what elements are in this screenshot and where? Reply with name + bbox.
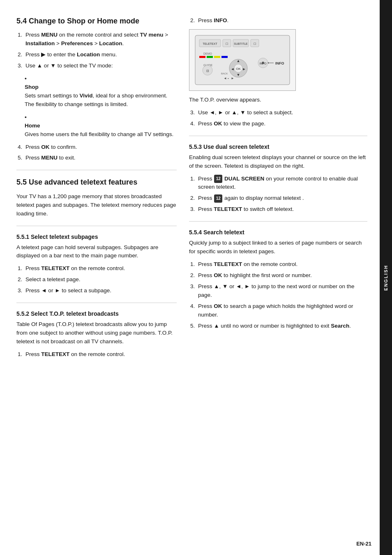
svg-text:INFO: INFO bbox=[275, 61, 284, 65]
list-item: Press OK to view the page. bbox=[196, 120, 367, 128]
svg-rect-13 bbox=[221, 56, 228, 58]
left-column: 5.4 Change to Shop or Home mode Press ME… bbox=[16, 16, 177, 539]
home-desc: Gives home users the full flexibility to… bbox=[25, 130, 177, 139]
list-item: Shop Sets smart settings to Vivid, ideal… bbox=[25, 74, 177, 109]
svg-text:►: ► bbox=[231, 76, 234, 80]
section-55-heading: 5.5 Use advanced teletext features bbox=[16, 178, 177, 187]
section-553-heading: 5.5.3 Use dual screen teletext bbox=[189, 143, 367, 150]
list-item: Press TELETEXT to switch off teletext. bbox=[196, 205, 367, 214]
shop-desc: Sets smart settings to Vivid, ideal for … bbox=[25, 92, 177, 109]
remote-control-image: TELETEXT ☐ SUBTITLE ☐ DEMO bbox=[189, 29, 296, 91]
section-552-heading: 5.5.2 Select T.O.P. teletext broadcasts bbox=[16, 310, 177, 317]
list-item: Press TELETEXT on the remote control. bbox=[196, 260, 367, 269]
side-tab: ENGLISH bbox=[380, 0, 392, 555]
section-54: 5.4 Change to Shop or Home mode Press ME… bbox=[16, 16, 177, 162]
svg-text:☐: ☐ bbox=[226, 42, 228, 45]
section-552-steps: Press TELETEXT on the remote control. bbox=[24, 350, 177, 359]
list-item: Press TELETEXT on the remote control. bbox=[24, 350, 177, 359]
svg-text:⊡: ⊡ bbox=[206, 69, 209, 73]
svg-text:◄: ◄ bbox=[231, 67, 235, 71]
section-553-steps: Press 12 DUAL SCREEN on your remote cont… bbox=[196, 175, 367, 214]
section-551-intro: A teletext page can hold several subpage… bbox=[16, 243, 177, 261]
list-item: Press MENU to exit. bbox=[24, 154, 177, 162]
shop-home-bullets: Shop Sets smart settings to Vivid, ideal… bbox=[25, 74, 177, 139]
svg-text:▲: ▲ bbox=[237, 59, 240, 63]
home-title: Home bbox=[25, 122, 177, 130]
section-55-intro: Your TV has a 1,200 page memory that sto… bbox=[16, 192, 177, 218]
list-item: Press INFO. bbox=[196, 16, 367, 25]
svg-rect-10 bbox=[199, 56, 205, 58]
section-554-heading: 5.5.4 Search teletext bbox=[189, 229, 367, 236]
list-item: Press ▲ until no word or number is highl… bbox=[196, 322, 367, 331]
section-552: 5.5.2 Select T.O.P. teletext broadcasts … bbox=[16, 310, 177, 359]
side-tab-label: ENGLISH bbox=[383, 265, 388, 291]
svg-text:DEMO: DEMO bbox=[203, 52, 212, 55]
section-54-heading: 5.4 Change to Shop or Home mode bbox=[16, 16, 177, 26]
section-553: 5.5.3 Use dual screen teletext Enabling … bbox=[189, 143, 367, 214]
divider-551 bbox=[16, 226, 177, 226]
list-item: Press OK to search a page which holds th… bbox=[196, 302, 367, 319]
section-54-steps-after: Press OK to confirm. Press MENU to exit. bbox=[24, 143, 177, 163]
list-item: Press 12 DUAL SCREEN on your remote cont… bbox=[196, 175, 367, 192]
divider-54-55 bbox=[16, 170, 177, 170]
section-554-intro: Quickly jump to a subject linked to a se… bbox=[189, 239, 367, 256]
list-item: Press ◄ or ► to select a subpage. bbox=[24, 287, 177, 295]
svg-text:BACK: BACK bbox=[221, 72, 228, 75]
section-551-heading: 5.5.1 Select teletext subpages bbox=[16, 234, 177, 240]
svg-text:OK: OK bbox=[236, 67, 241, 71]
section-55: 5.5 Use advanced teletext features Your … bbox=[16, 178, 177, 358]
page-wrapper: ENGLISH 5.4 Change to Shop or Home mode … bbox=[0, 0, 392, 555]
page-footer: EN-21 bbox=[356, 541, 371, 547]
svg-text:☐: ☐ bbox=[254, 42, 256, 45]
list-item: Press OK to confirm. bbox=[24, 143, 177, 152]
svg-rect-11 bbox=[207, 56, 213, 58]
svg-text:►: ► bbox=[242, 67, 246, 71]
list-item: Use ▲ or ▼ to select the TV mode: bbox=[24, 62, 177, 70]
section-551-steps: Press TELETEXT on the remote control. Se… bbox=[24, 264, 177, 295]
svg-text:SUBTITLE: SUBTITLE bbox=[234, 42, 248, 45]
svg-point-30 bbox=[262, 62, 264, 64]
svg-text:TELETEXT: TELETEXT bbox=[203, 42, 217, 45]
dual-screen-icon-2: 12 bbox=[214, 194, 222, 203]
list-item: Press 12 again to display normal teletex… bbox=[196, 194, 367, 203]
section-552-cont-steps: Press INFO. bbox=[196, 16, 367, 25]
list-item: Press MENU on the remote control and sel… bbox=[24, 31, 177, 48]
svg-text:◄: ◄ bbox=[224, 76, 227, 80]
section-554: 5.5.4 Search teletext Quickly jump to a … bbox=[189, 229, 367, 330]
svg-rect-12 bbox=[214, 56, 220, 58]
dual-screen-icon: 12 bbox=[214, 175, 222, 183]
list-item: Press ▶ to enter the Location menu. bbox=[24, 51, 177, 59]
divider-553 bbox=[189, 136, 367, 136]
section-54-steps-before: Press MENU on the remote control and sel… bbox=[24, 31, 177, 70]
list-item: Home Gives home users the full flexibili… bbox=[25, 113, 177, 139]
list-item: Press TELETEXT on the remote control. bbox=[24, 264, 177, 273]
divider-554 bbox=[189, 221, 367, 222]
svg-text:•: • bbox=[228, 76, 229, 80]
list-item: Use ◄, ► or ▲, ▼ to select a subject. bbox=[196, 109, 367, 117]
page-number: EN-21 bbox=[356, 541, 371, 547]
section-553-intro: Enabling dual screen teletext displays y… bbox=[189, 153, 367, 171]
section-551: 5.5.1 Select teletext subpages A teletex… bbox=[16, 234, 177, 296]
list-item: Press ▲, ▼ or ◄, ► to jump to the next w… bbox=[196, 282, 367, 300]
main-content: 5.4 Change to Shop or Home mode Press ME… bbox=[0, 0, 380, 555]
svg-text:▼: ▼ bbox=[237, 73, 240, 77]
section-554-steps: Press TELETEXT on the remote control. Pr… bbox=[196, 260, 367, 330]
remote-svg: TELETEXT ☐ SUBTITLE ☐ DEMO bbox=[193, 33, 292, 87]
section-552-steps-345: Use ◄, ► or ▲, ▼ to select a subject. Pr… bbox=[196, 109, 367, 128]
shop-title: Shop bbox=[25, 83, 177, 92]
divider-552 bbox=[16, 303, 177, 303]
section-552-intro: Table Of Pages (T.O.P.) teletext broadca… bbox=[16, 320, 177, 346]
top-overview-text: The T.O.P. overview appears. bbox=[189, 96, 367, 104]
right-column: Press INFO. TELETEXT ☐ SUBTITLE bbox=[189, 16, 367, 539]
list-item: Press OK to highlight the first word or … bbox=[196, 271, 367, 280]
list-item: Select a teletext page. bbox=[24, 275, 177, 284]
